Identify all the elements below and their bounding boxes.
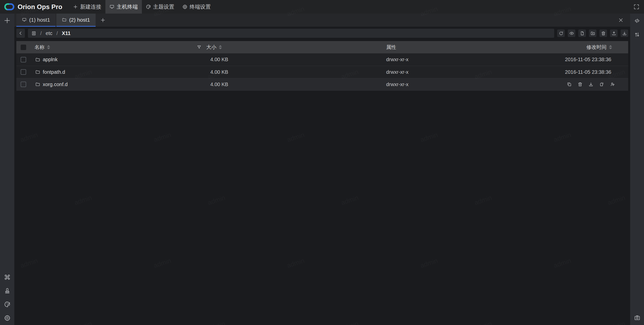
menu-item-label: 新建连接 xyxy=(80,3,101,10)
row-checkbox[interactable] xyxy=(21,69,26,75)
file-attr: drwxr-xr-x xyxy=(386,82,409,87)
breadcrumb-segment-x11[interactable]: X11 xyxy=(62,30,70,36)
top-navbar: Orion Ops Pro 新建连接 主机终端 主题设置 终端设置 xyxy=(0,0,644,14)
command-shortcut-icon[interactable] xyxy=(4,274,11,280)
new-file-button[interactable] xyxy=(578,29,586,37)
column-header-name[interactable]: 名称 xyxy=(34,44,45,51)
fullscreen-icon[interactable] xyxy=(633,4,639,10)
column-header-attr: 属性 xyxy=(386,44,396,51)
breadcrumb-segment-etc[interactable]: etc xyxy=(46,30,53,36)
column-header-size[interactable]: 大小 xyxy=(206,44,216,51)
column-header-mtime[interactable]: 修改时间 xyxy=(586,44,607,51)
main-menu: 新建连接 主机终端 主题设置 终端设置 xyxy=(69,0,215,14)
breadcrumb-separator: / xyxy=(40,30,42,36)
main-area: (1) host1 (2) host1 xyxy=(14,14,630,325)
copy-path-icon[interactable] xyxy=(567,82,572,87)
menu-item-label: 主题设置 xyxy=(153,3,174,10)
row-checkbox[interactable] xyxy=(21,57,26,62)
new-folder-button[interactable] xyxy=(589,29,596,37)
folder-icon xyxy=(35,57,40,62)
folder-icon xyxy=(35,82,40,87)
brand: Orion Ops Pro xyxy=(0,0,69,14)
monitor-icon xyxy=(22,17,27,22)
settings-gear-icon[interactable] xyxy=(4,315,11,321)
file-attr: drwxr-xr-x xyxy=(386,57,409,62)
file-table: 名称 大小 属性 修改时间 xyxy=(16,41,628,91)
tab-sftp-host1[interactable]: (2) host1 xyxy=(56,14,96,27)
sort-size-icon[interactable] xyxy=(219,45,222,49)
sort-name-icon[interactable] xyxy=(47,45,50,49)
permissions-user-icon[interactable] xyxy=(610,82,615,87)
session-tabbar: (1) host1 (2) host1 xyxy=(14,14,630,27)
download-button[interactable] xyxy=(621,29,628,37)
right-sidebar xyxy=(630,14,644,325)
delete-trash-icon[interactable] xyxy=(578,82,583,87)
table-row-applnk[interactable]: applnk 4.00 KB drwxr-xr-x 2016-11-05 23:… xyxy=(16,53,628,66)
sort-mtime-icon[interactable] xyxy=(609,45,612,49)
folder-icon xyxy=(35,69,40,75)
menu-item-label: 主机终端 xyxy=(117,3,138,10)
plus-icon xyxy=(73,4,78,9)
breadcrumb[interactable]: / etc / X11 xyxy=(28,29,554,38)
code-view-icon[interactable] xyxy=(634,18,640,24)
breadcrumb-separator: / xyxy=(56,30,58,36)
menu-item-host-terminal[interactable]: 主机终端 xyxy=(105,0,142,14)
back-button[interactable] xyxy=(16,29,25,38)
show-hidden-eye-button[interactable] xyxy=(568,29,575,37)
select-all-checkbox[interactable] xyxy=(21,45,26,50)
add-session-icon[interactable] xyxy=(4,17,11,24)
file-size: 4.00 KB xyxy=(210,57,228,62)
file-name[interactable]: fontpath.d xyxy=(43,69,65,75)
download-icon[interactable] xyxy=(588,82,593,87)
new-tab-button[interactable] xyxy=(96,14,109,27)
menu-item-theme-settings[interactable]: 主题设置 xyxy=(142,0,178,14)
folder-icon xyxy=(62,17,67,22)
file-size: 4.00 KB xyxy=(210,82,228,87)
left-sidebar xyxy=(0,14,14,325)
file-mtime: 2016-11-05 23:38:36 xyxy=(565,57,611,62)
monitor-icon xyxy=(109,4,114,9)
tab-label: (2) host1 xyxy=(69,17,90,23)
table-body: applnk 4.00 KB drwxr-xr-x 2016-11-05 23:… xyxy=(16,53,628,91)
file-size: 4.00 KB xyxy=(210,69,228,75)
file-attr: drwxr-xr-x xyxy=(386,69,409,75)
tab-terminal-host1[interactable]: (1) host1 xyxy=(16,14,56,27)
filter-icon[interactable] xyxy=(197,45,202,50)
menu-item-terminal-settings[interactable]: 终端设置 xyxy=(178,0,215,14)
gear-icon xyxy=(182,4,187,9)
table-row-fontpath-d[interactable]: fontpath.d 4.00 KB drwxr-xr-x 2016-11-05… xyxy=(16,66,628,78)
app-title: Orion Ops Pro xyxy=(18,3,62,11)
upload-button[interactable] xyxy=(610,29,618,37)
row-checkbox[interactable] xyxy=(21,82,26,87)
menu-item-new-connection[interactable]: 新建连接 xyxy=(69,0,105,14)
snippet-stamp-icon[interactable] xyxy=(4,287,11,294)
app-logo xyxy=(4,3,15,11)
path-toolbar: / etc / X11 xyxy=(16,29,628,38)
palette-icon xyxy=(146,4,151,9)
refresh-button[interactable] xyxy=(557,29,565,37)
list-icon xyxy=(31,31,36,36)
transfer-sort-icon[interactable] xyxy=(634,31,640,38)
move-copy-icon[interactable] xyxy=(599,82,604,87)
delete-trash-button[interactable] xyxy=(599,29,607,37)
table-header-row: 名称 大小 属性 修改时间 xyxy=(16,41,628,53)
theme-palette-icon[interactable] xyxy=(4,301,11,308)
screenshot-camera-icon[interactable] xyxy=(634,314,640,321)
file-name[interactable]: applnk xyxy=(43,57,58,62)
menu-item-label: 终端设置 xyxy=(190,3,211,10)
table-row-xorg-conf-d[interactable]: xorg.conf.d 4.00 KB drwxr-xr-x xyxy=(16,78,628,90)
plus-icon xyxy=(100,17,106,23)
chevron-left-icon xyxy=(18,31,23,36)
row-actions xyxy=(567,78,615,90)
file-mtime: 2016-11-05 23:38:36 xyxy=(565,69,611,75)
close-pane-icon[interactable] xyxy=(618,17,624,23)
file-name[interactable]: xorg.conf.d xyxy=(43,82,68,87)
tab-label: (1) host1 xyxy=(29,17,50,23)
file-toolbar xyxy=(557,29,628,37)
